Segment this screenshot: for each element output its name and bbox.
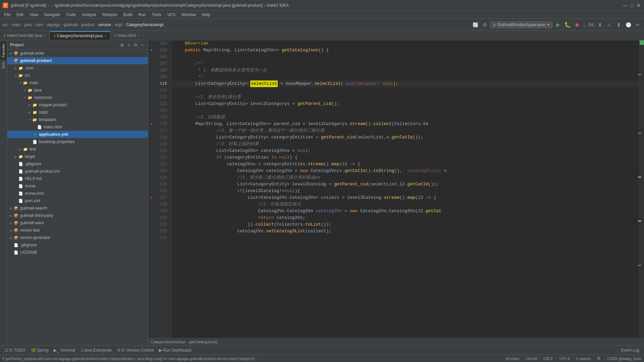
breadcrumb-gulimall[interactable]: gulimall: [64, 22, 77, 27]
git-history-button[interactable]: 🕐: [625, 21, 632, 28]
window-controls[interactable]: — □ ✕: [623, 3, 641, 8]
bottom-tab-spring[interactable]: 🌿 Spring: [29, 347, 51, 353]
maximize-button[interactable]: □: [629, 3, 635, 8]
tree-item-mapper-product[interactable]: ▶ 📁 mapper.product: [7, 101, 148, 109]
menu-window[interactable]: Window: [179, 12, 199, 18]
breadcrumb-src[interactable]: src: [3, 22, 8, 27]
tree-item-resources[interactable]: ▼ 📂 resources: [7, 94, 148, 101]
tree-item-test[interactable]: ▶ 📁 test: [7, 145, 148, 153]
code-line-113: List<CategoryEntity> level1Categorys = g…: [172, 101, 639, 107]
breadcrumb-service[interactable]: service: [98, 22, 111, 27]
code-lines-area[interactable]: @Override public Map<String, List<Catelo…: [172, 40, 639, 338]
settings-button[interactable]: ⚙: [481, 21, 488, 28]
tree-item-root-gitignore[interactable]: 📄 .gitignore: [7, 241, 148, 249]
run-button[interactable]: ▶: [554, 21, 562, 28]
bottom-tab-java-enterprise[interactable]: J Java Enterprise: [78, 347, 113, 353]
menu-edit[interactable]: Edit: [14, 12, 26, 18]
bottom-tab-run-dashboard[interactable]: ▶ Run Dashboard: [157, 347, 193, 353]
breadcrumb-file[interactable]: CategoryServiceImpl: [126, 22, 163, 27]
tree-item-gulimall-third-party[interactable]: ▶ 📦 gulimall-third-party: [7, 212, 148, 219]
tab-close-categoryserviceimpl[interactable]: ✕: [104, 34, 107, 38]
status-line-ending[interactable]: CRLF: [543, 357, 553, 361]
status-lang[interactable]: 英: [597, 356, 601, 361]
menu-view[interactable]: View: [27, 12, 41, 18]
gutter-105: ●: [148, 47, 155, 54]
sidebar-header: Project ⊞ ≡ ⚙ —: [7, 40, 148, 50]
file-tabs: J IndexController.java ✕ J CategoryServi…: [0, 31, 644, 40]
breadcrumb-java[interactable]: java: [24, 22, 32, 27]
menu-build[interactable]: Build: [121, 12, 135, 18]
breadcrumb-main[interactable]: main: [12, 22, 20, 27]
sidebar-settings-button[interactable]: ⚙: [132, 42, 139, 48]
toolbar: src › main › java › com › atguigu › guli…: [0, 19, 644, 31]
menu-analyze[interactable]: Analyze: [79, 12, 99, 18]
tree-item-target[interactable]: ▶ 📁 target: [7, 153, 148, 160]
menu-help[interactable]: Help: [199, 12, 213, 18]
tree-item-bootstrap-properties[interactable]: 📄 bootstrap.properties: [7, 138, 148, 145]
tree-item-gulimall-product[interactable]: ▼ 📦 gulimall-product: [7, 57, 148, 64]
git-push-button[interactable]: ⬆: [615, 21, 623, 28]
git-commit-button[interactable]: ✓: [606, 21, 613, 28]
menu-vcs[interactable]: VCS: [165, 12, 178, 18]
git-update-button[interactable]: ⬇: [596, 21, 604, 28]
tree-item-iml[interactable]: 📄 gulimall-product.iml: [7, 168, 148, 175]
tree-item-gulimall-search[interactable]: ▶ 📦 gulimall-search: [7, 204, 148, 212]
menu-refactor[interactable]: Refactor: [100, 12, 120, 18]
menu-file[interactable]: File: [1, 12, 13, 18]
tree-item-renren-generator[interactable]: ▶ 📦 renren-generator: [7, 234, 148, 241]
tree-item-java[interactable]: ▼ 📂 java: [7, 86, 148, 94]
menu-navigate[interactable]: Navigate: [42, 12, 63, 18]
status-encoding[interactable]: UTF-8: [559, 357, 570, 361]
run-config-selector[interactable]: ▶ GulimallProductApplication ▾: [490, 21, 552, 28]
tree-item-src[interactable]: ▼ 📂 src: [7, 72, 148, 79]
tree-item-license[interactable]: 📄 LICENSE: [7, 249, 148, 256]
bottom-tab-terminal[interactable]: ▶_ Terminal: [52, 347, 77, 353]
code-line-112: //1、查出所有1级分类: [172, 94, 639, 101]
sidebar-expand-button[interactable]: ⊞: [119, 42, 125, 48]
git-revert-button[interactable]: ↩: [634, 21, 641, 28]
tree-item-mvnw-cmd[interactable]: 📄 mvnw.cmd: [7, 190, 148, 197]
tab-categoryserviceimpl[interactable]: J CategoryServiceImpl.java ✕: [50, 31, 110, 40]
side-tab-web[interactable]: Web: [1, 60, 6, 71]
breadcrumb-product[interactable]: product: [81, 22, 95, 27]
status-indent[interactable]: 4 spaces: [576, 357, 591, 361]
tree-item-static[interactable]: ▶ 📁 static: [7, 109, 148, 116]
sync-button[interactable]: 🔄: [472, 21, 479, 28]
tree-item-gulimall-ware[interactable]: ▶ 📦 gulimall-ware: [7, 219, 148, 227]
bottom-tab-event-log[interactable]: Event Log: [619, 347, 641, 353]
menu-code[interactable]: Code: [63, 12, 78, 18]
status-line-col[interactable]: 110:40: [526, 357, 537, 361]
tree-item-main[interactable]: ▼ 📂 main: [7, 79, 148, 86]
tree-item-gitignore[interactable]: 📄 .gitignore: [7, 160, 148, 168]
sidebar-hide-button[interactable]: —: [139, 42, 145, 48]
tree-item-pom-xml[interactable]: 📄 pom.xml: [7, 197, 148, 204]
linenum-124: 124: [155, 174, 170, 181]
bottom-tab-version-control[interactable]: ⑨ 9: Version Control: [115, 347, 156, 353]
encoding-text: UTF-8: [559, 357, 570, 361]
breadcrumb-com[interactable]: com: [36, 22, 43, 27]
side-tab-favorites[interactable]: Favorites: [1, 42, 6, 59]
tree-item-renren-fast[interactable]: ▶ 📦 renren-fast: [7, 227, 148, 234]
stop-button[interactable]: ⏹: [573, 21, 581, 28]
tab-indexcontroller[interactable]: J IndexController.java ✕: [0, 31, 50, 40]
breadcrumb-atguigu[interactable]: atguigu: [47, 22, 60, 27]
tree-item-index-html[interactable]: 📄 index.html: [7, 123, 148, 131]
tab-indexhtml[interactable]: H index.html ✕: [110, 31, 144, 40]
debug-button[interactable]: 🐛: [564, 21, 571, 28]
tab-close-indexcontroller[interactable]: ✕: [44, 34, 46, 38]
tab-close-indexhtml[interactable]: ✕: [138, 34, 140, 38]
tree-item-help-md[interactable]: 📄 HELP.md: [7, 175, 148, 182]
menu-tools[interactable]: Tools: [149, 12, 164, 18]
minimize-button[interactable]: —: [623, 3, 628, 8]
tree-item-gulimall-order[interactable]: ▶ 📦 gulimall-order: [7, 50, 148, 57]
code-line-124: //1、找当前二级分类的三级分类封装成vo: [172, 174, 639, 181]
tree-item-mvnw[interactable]: 📄 mvnw: [7, 182, 148, 190]
bottom-tab-todo[interactable]: ☑ 6: TODO: [3, 347, 28, 353]
breadcrumb-impl[interactable]: impl: [115, 22, 122, 27]
tree-item-templates[interactable]: ▼ 📂 templates: [7, 116, 148, 123]
sidebar-collapse-button[interactable]: ≡: [126, 42, 132, 48]
menu-run[interactable]: Run: [136, 12, 149, 18]
tree-item-mvn[interactable]: ▶ 📁 .mvn: [7, 64, 148, 72]
close-button[interactable]: ✕: [636, 3, 641, 8]
tree-item-application-yml[interactable]: ⚙ application.yml: [7, 131, 148, 138]
